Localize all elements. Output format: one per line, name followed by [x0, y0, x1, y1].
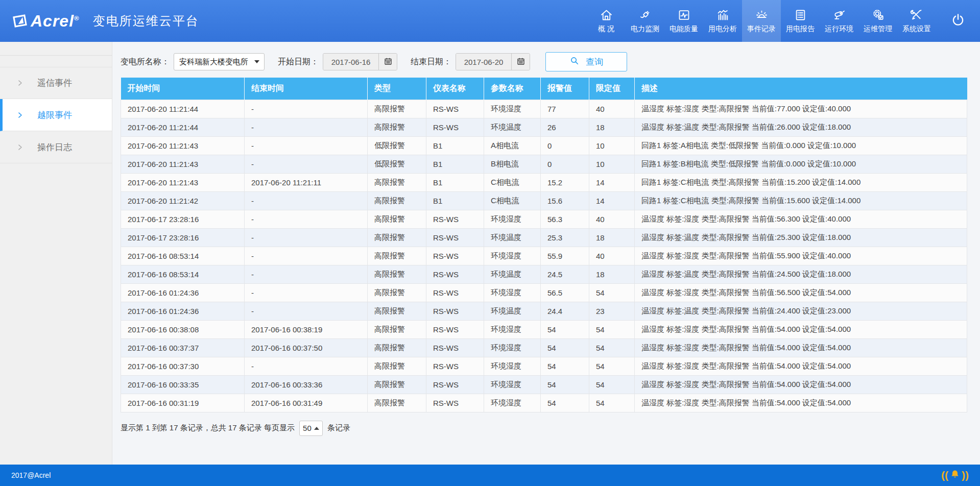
nav-item-alarm[interactable]: 事件记录	[742, 0, 781, 42]
table-body: 2017-06-20 11:21:44-高限报警RS-WS环境湿度7740温湿度…	[121, 100, 967, 412]
chevron-down-icon	[254, 60, 259, 63]
nav-label: 运维管理	[864, 25, 892, 34]
nav-item-report[interactable]: 用电报告	[781, 0, 820, 42]
bell-wave-left: ((	[941, 469, 948, 481]
chevron-right-icon	[16, 111, 24, 119]
nav-label: 事件记录	[747, 25, 776, 34]
nav-item-home[interactable]: 概 况	[587, 0, 626, 42]
notification-bell-button[interactable]: (( ))	[941, 468, 969, 483]
start-date-calendar-button[interactable]	[378, 54, 397, 70]
table-cell: 高限报警	[368, 118, 426, 136]
table-cell: RS-WS	[426, 265, 484, 283]
table-cell: RS-WS	[426, 118, 484, 136]
table-cell: 高限报警	[368, 357, 426, 375]
station-select[interactable]: 安科瑞新大楼变电所	[174, 53, 265, 70]
table-cell: 2017-06-20 11:21:43	[121, 136, 245, 155]
nav-item-camera[interactable]: 运行环境	[820, 0, 858, 42]
camera-icon	[832, 8, 846, 22]
logout-power-button[interactable]	[936, 0, 980, 42]
table-cell: 14	[589, 173, 635, 191]
nav-item-bar-chart[interactable]: 用电分析	[703, 0, 742, 42]
brand: Acrel® 变电所运维云平台	[0, 0, 199, 42]
sidebar-item-1[interactable]: 遥信事件	[0, 67, 112, 99]
table-cell: 2017-06-20 11:21:43	[121, 173, 245, 191]
column-header: 仪表名称	[426, 78, 484, 100]
home-icon	[600, 8, 613, 22]
table-cell: 高限报警	[368, 228, 426, 247]
table-cell: -	[245, 283, 368, 302]
sidebar-item-3[interactable]: 操作日志	[0, 131, 112, 163]
table-cell: 54	[589, 375, 635, 394]
sidebar-item-2[interactable]: 越限事件	[0, 99, 112, 131]
table-row: 2017-06-16 08:53:14-高限报警RS-WS环境温度24.518温…	[121, 265, 967, 283]
nav-item-gear[interactable]: 运维管理	[858, 0, 897, 42]
page-size-select[interactable]: 50	[299, 421, 323, 436]
table-cell: 环境湿度	[484, 210, 541, 228]
table-cell: 18	[589, 228, 635, 247]
column-header: 结束时间	[245, 78, 368, 100]
table-cell: 2017-06-16 08:53:14	[121, 265, 245, 283]
table-cell: A相电流	[484, 136, 541, 155]
table-cell: C相电流	[484, 191, 541, 210]
table-cell: 54	[541, 320, 589, 338]
nav-item-tools[interactable]: 系统设置	[897, 0, 936, 42]
search-button[interactable]: 查询	[545, 52, 627, 71]
nav-item-chart-box[interactable]: 电能质量	[664, 0, 703, 42]
table-row: 2017-06-16 00:37:372017-06-16 00:37:50高限…	[121, 338, 967, 357]
table-cell: 2017-06-16 00:37:30	[121, 357, 245, 375]
sidebar: 遥信事件 越限事件 操作日志	[0, 42, 112, 465]
table-cell: RS-WS	[426, 302, 484, 320]
main-content: 变电所名称： 安科瑞新大楼变电所 开始日期：	[112, 42, 980, 465]
table-cell: 高限报警	[368, 173, 426, 191]
table-cell: 高限报警	[368, 247, 426, 265]
table-row: 2017-06-20 11:21:42-高限报警B1C相电流15.614回路1 …	[121, 191, 967, 210]
table-cell: 2017-06-16 00:31:49	[245, 394, 368, 412]
table-row: 2017-06-20 11:21:43-低限报警B1B相电流010回路1 标签:…	[121, 155, 967, 173]
table-cell: 2017-06-16 00:31:19	[121, 394, 245, 412]
table-row: 2017-06-20 11:21:43-低限报警B1A相电流010回路1 标签:…	[121, 136, 967, 155]
table-cell: 54	[589, 283, 635, 302]
table-cell: 回路1 标签:C相电流 类型:高限报警 当前值:15.200 设定值:14.00…	[635, 173, 967, 191]
table-header-row: 开始时间结束时间类型仪表名称参数名称报警值限定值描述	[121, 78, 967, 100]
bell-icon	[948, 468, 962, 483]
table-cell: RS-WS	[426, 247, 484, 265]
table-cell: 54	[541, 394, 589, 412]
table-cell: 低限报警	[368, 136, 426, 155]
table-cell: 54	[541, 357, 589, 375]
table-cell: -	[245, 228, 368, 247]
table-row: 2017-06-16 01:24:36-高限报警RS-WS环境湿度56.554温…	[121, 283, 967, 302]
table-cell: 54	[589, 338, 635, 357]
table-cell: 温湿度 标签:湿度 类型:高限报警 当前值:54.000 设定值:54.000	[635, 338, 967, 357]
start-date-input[interactable]	[323, 54, 378, 70]
chevron-up-icon	[314, 427, 319, 430]
table-cell: 环境湿度	[484, 375, 541, 394]
table-cell: 23	[589, 302, 635, 320]
table-cell: 高限报警	[368, 283, 426, 302]
table-cell: 56.3	[541, 210, 589, 228]
table-cell: 回路1 标签:A相电流 类型:低限报警 当前值:0.000 设定值:10.000	[635, 136, 967, 155]
table-cell: 高限报警	[368, 302, 426, 320]
nav-label: 运行环境	[825, 25, 853, 34]
table-cell: 环境湿度	[484, 394, 541, 412]
nav-item-plug[interactable]: 电力监测	[626, 0, 664, 42]
table-cell: 高限报警	[368, 210, 426, 228]
page-size-value: 50	[303, 424, 312, 432]
table-row: 2017-06-16 00:37:30-高限报警RS-WS环境湿度5454温湿度…	[121, 357, 967, 375]
end-date-input[interactable]	[456, 54, 511, 70]
nav-label: 用电分析	[708, 25, 737, 34]
sidebar-item-label: 操作日志	[37, 141, 72, 153]
search-button-label: 查询	[586, 56, 603, 68]
table-cell: 2017-06-16 00:38:08	[121, 320, 245, 338]
table-cell: RS-WS	[426, 283, 484, 302]
column-header: 开始时间	[121, 78, 245, 100]
plug-icon	[638, 8, 652, 22]
table-cell: 18	[589, 265, 635, 283]
table-cell: 环境温度	[484, 302, 541, 320]
table-cell: 2017-06-16 01:24:36	[121, 283, 245, 302]
end-date-calendar-button[interactable]	[511, 54, 530, 70]
chevron-right-icon	[16, 79, 24, 87]
table-cell: 24.5	[541, 265, 589, 283]
nav-label: 电力监测	[631, 25, 659, 34]
table-cell: 温湿度 标签:湿度 类型:高限报警 当前值:54.000 设定值:54.000	[635, 320, 967, 338]
column-header: 类型	[368, 78, 426, 100]
